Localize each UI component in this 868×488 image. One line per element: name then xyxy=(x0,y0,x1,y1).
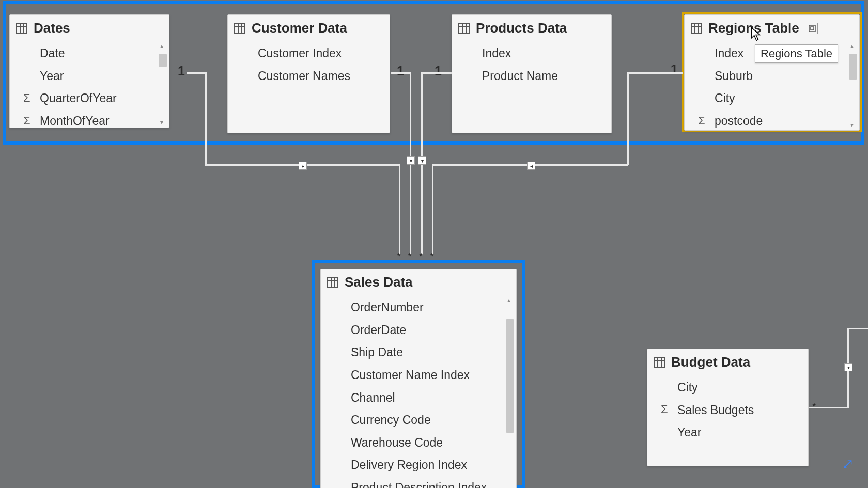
table-budget-data[interactable]: Budget Data City ΣSales Budgets Year xyxy=(647,349,809,466)
field-label: OrderNumber xyxy=(351,298,424,317)
field-row[interactable]: Customer Names xyxy=(228,65,390,88)
field-row[interactable]: City xyxy=(685,87,859,110)
field-row[interactable]: ΣSales Budgets xyxy=(647,399,808,422)
field-row[interactable]: ΣMonthOfYear xyxy=(10,110,169,133)
cardinality-many: * xyxy=(397,251,401,261)
svg-rect-16 xyxy=(809,25,815,32)
field-row[interactable]: Σpostcode xyxy=(685,110,859,133)
field-label: postcode xyxy=(715,112,763,131)
field-label: Warehouse Code xyxy=(351,434,443,452)
table-header[interactable]: Budget Data xyxy=(647,349,808,374)
cardinality-one: 1 xyxy=(435,64,442,78)
table-title: Sales Data xyxy=(345,274,413,290)
table-customer-data[interactable]: Customer Data Customer Index Customer Na… xyxy=(227,14,390,133)
table-regions[interactable]: Regions Table ▴ ▾ Index Suburb City Σpos… xyxy=(684,14,860,131)
field-list: ▴ ▾ Date Year ΣQuarterOfYear ΣMonthOfYea… xyxy=(10,40,169,128)
field-row[interactable]: OrderDate xyxy=(321,319,516,342)
field-label: Currency Code xyxy=(351,411,431,430)
field-label: Delivery Region Index xyxy=(351,456,467,475)
table-icon xyxy=(654,357,665,368)
svg-rect-17 xyxy=(811,27,814,30)
table-title: Customer Data xyxy=(252,20,347,36)
field-row[interactable]: Currency Code xyxy=(321,409,516,432)
field-row[interactable]: Year xyxy=(10,65,169,88)
table-products-data[interactable]: Products Data Index Product Name xyxy=(452,14,612,133)
relationship-direction: ◂ xyxy=(527,162,535,170)
field-row[interactable]: Date xyxy=(10,42,169,65)
field-list: City ΣSales Budgets Year xyxy=(647,374,808,449)
field-row[interactable]: Ship Date xyxy=(321,341,516,364)
field-label: Customer Name Index xyxy=(351,366,470,385)
table-header[interactable]: Customer Data xyxy=(228,15,390,40)
field-label: Product Description Index xyxy=(351,479,487,488)
field-row[interactable]: Delivery Region Index xyxy=(321,454,516,477)
field-list: ▴ OrderNumber OrderDate Ship Date Custom… xyxy=(321,294,516,488)
field-label: MonthOfYear xyxy=(40,112,110,131)
table-title: Products Data xyxy=(476,20,567,36)
svg-rect-4 xyxy=(235,24,245,33)
table-icon xyxy=(458,23,470,34)
table-icon xyxy=(16,23,27,34)
table-title: Budget Data xyxy=(671,354,750,370)
cardinality-many: * xyxy=(812,401,816,412)
table-title: Dates xyxy=(34,20,70,36)
field-label: Customer Names xyxy=(258,67,350,86)
fit-to-screen-icon[interactable]: ⤢ xyxy=(842,455,854,473)
table-icon xyxy=(327,277,338,288)
field-row[interactable]: Suburb xyxy=(685,65,859,88)
field-row[interactable]: City xyxy=(647,376,808,399)
field-row[interactable]: Product Name xyxy=(452,65,611,88)
table-sales-data[interactable]: Sales Data ▴ OrderNumber OrderDate Ship … xyxy=(320,269,517,488)
field-label: Year xyxy=(677,423,701,442)
relationship-line xyxy=(627,72,629,165)
relationship-line xyxy=(205,72,207,165)
expand-button[interactable] xyxy=(807,23,818,34)
svg-rect-18 xyxy=(328,278,338,287)
field-label: QuarterOfYear xyxy=(40,89,117,108)
svg-rect-22 xyxy=(654,358,664,367)
field-label: Channel xyxy=(351,389,395,407)
field-label: Product Name xyxy=(482,67,558,86)
table-header[interactable]: Regions Table xyxy=(685,15,859,40)
field-label: Date xyxy=(40,44,65,63)
table-header[interactable]: Sales Data xyxy=(321,269,516,294)
table-icon xyxy=(691,23,702,34)
field-label: Customer Index xyxy=(258,44,342,63)
sigma-icon: Σ xyxy=(661,401,668,419)
svg-rect-8 xyxy=(459,24,469,33)
field-label: Year xyxy=(40,67,64,86)
field-label: OrderDate xyxy=(351,321,406,340)
field-row[interactable]: Warehouse Code xyxy=(321,432,516,454)
field-label: Index xyxy=(715,44,743,63)
relationship-line xyxy=(627,72,683,74)
svg-rect-12 xyxy=(691,24,702,33)
field-label: Suburb xyxy=(715,67,753,86)
tooltip: Regions Table xyxy=(755,44,838,63)
field-row[interactable]: ΣQuarterOfYear xyxy=(10,87,169,110)
sigma-icon: Σ xyxy=(23,89,30,107)
cardinality-many: * xyxy=(408,251,412,261)
cursor-icon xyxy=(750,27,762,41)
cardinality-many: * xyxy=(419,251,423,261)
field-row[interactable]: Customer Index xyxy=(228,42,390,65)
field-row[interactable]: OrderNumber xyxy=(321,296,516,319)
field-row[interactable]: Customer Name Index xyxy=(321,364,516,387)
field-row[interactable]: Year xyxy=(647,421,808,444)
table-header[interactable]: Products Data xyxy=(452,15,611,40)
field-row[interactable]: Index xyxy=(452,42,611,65)
field-label: Sales Budgets xyxy=(677,401,754,420)
relationship-line xyxy=(399,164,400,255)
table-dates[interactable]: Dates ▴ ▾ Date Year ΣQuarterOfYear ΣMont… xyxy=(9,14,169,128)
field-row[interactable]: Channel xyxy=(321,387,516,410)
relationship-line xyxy=(423,72,452,74)
field-list: Customer Index Customer Names xyxy=(228,40,390,92)
field-label: City xyxy=(715,89,735,108)
sigma-icon: Σ xyxy=(698,112,705,130)
field-row[interactable]: Product Description Index xyxy=(321,477,516,488)
relationship-direction: ▸ xyxy=(299,162,307,170)
table-header[interactable]: Dates xyxy=(10,15,169,40)
cardinality-one: 1 xyxy=(671,62,678,77)
relationship-direction: ▾ xyxy=(844,363,853,371)
table-icon xyxy=(234,23,245,34)
cardinality-one: 1 xyxy=(178,64,185,78)
